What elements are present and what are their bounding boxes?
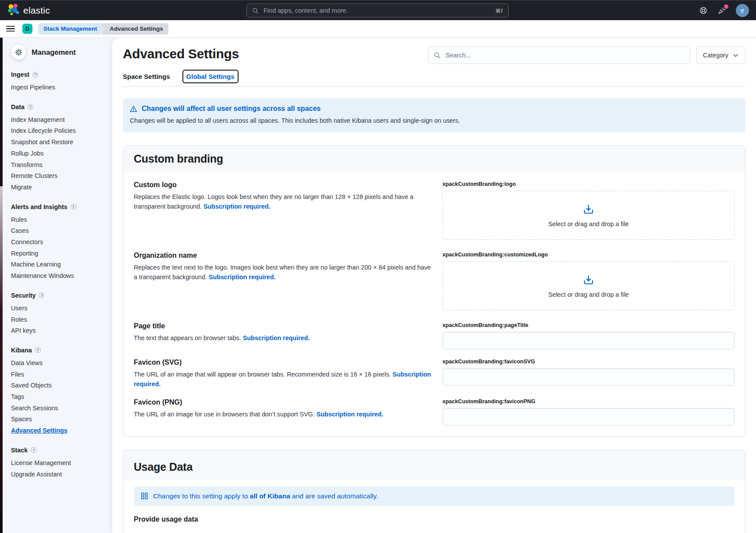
sidebar-item-roles[interactable]: Roles (11, 314, 109, 326)
sidebar-item-data-views[interactable]: Data Views (11, 358, 109, 369)
sidebar-item-advanced-settings[interactable]: Advanced Settings (11, 425, 109, 437)
category-filter-label: Category (703, 52, 728, 59)
import-file-icon (582, 203, 595, 217)
space-avatar[interactable]: D (22, 24, 32, 34)
sidebar-list-item: Rollup Jobs (11, 148, 109, 160)
help-icon (699, 6, 708, 15)
setting-row: Favicon (PNG) The URL of an image for us… (134, 398, 735, 426)
setting-input-favicon-png[interactable] (442, 408, 735, 426)
sidebar-section-header: Alerts and Insights ? (11, 203, 109, 210)
file-drop-text: Select or drag and drop a file (548, 220, 629, 227)
sidebar-item-cases[interactable]: Cases (11, 225, 109, 237)
sidebar-item-remote-clusters[interactable]: Remote Clusters (11, 171, 109, 182)
sidebar-list-item: Connectors (11, 237, 109, 248)
sidebar-list-item: Ingest Pipelines (11, 82, 109, 93)
sidebar-section-label: Kibana (11, 347, 32, 354)
warning-icon (130, 105, 137, 113)
breadcrumb-stack-management[interactable]: Stack Management (38, 23, 101, 35)
sidebar-item-transforms[interactable]: Transforms (11, 160, 109, 171)
sidebar-item-index-management[interactable]: Index Management (11, 114, 109, 126)
management-sidebar: Management Ingest ? Ingest Pipelines Dat… (3, 38, 112, 533)
setting-heading: Favicon (PNG) (134, 398, 432, 406)
menu-toggle-button[interactable] (6, 26, 15, 32)
file-drop-zone-custom-logo[interactable]: Select or drag and drop a file (442, 191, 735, 240)
global-search-bar[interactable]: ⌘/ (246, 4, 509, 18)
category-filter-button[interactable]: Category (696, 46, 745, 64)
question-in-circle-icon: ? (71, 204, 76, 210)
setting-field-column: xpackCustomBranding:logo Select or drag … (442, 181, 735, 240)
sidebar-item-reporting[interactable]: Reporting (11, 248, 109, 259)
sidebar-item-spaces[interactable]: Spaces (11, 414, 109, 425)
sidebar-item-tags[interactable]: Tags (11, 391, 109, 403)
elastic-home-link[interactable]: elastic (7, 3, 50, 18)
subscription-required-link[interactable]: Subscription required. (317, 411, 384, 418)
sidebar-item-search-sessions[interactable]: Search Sessions (11, 403, 109, 414)
sidebar-section-header: Security ? (11, 292, 109, 299)
sidebar-list-item: Migrate (11, 182, 109, 193)
sidebar-list-item: Tags (11, 391, 109, 403)
sidebar-section: Stack ? License Management Upgrade Assis… (11, 447, 109, 480)
setting-row: Organization name Replaces the text next… (134, 252, 735, 310)
help-menu-button[interactable] (699, 6, 708, 15)
sidebar-item-ingest-pipelines[interactable]: Ingest Pipelines (11, 82, 109, 93)
sidebar-item-files[interactable]: Files (11, 369, 109, 380)
setting-input-favicon-svg[interactable] (442, 368, 735, 386)
sidebar-item-users[interactable]: Users (11, 303, 109, 314)
chevron-down-icon (732, 52, 739, 59)
setting-description: The text that appears on browser tabs. S… (134, 334, 432, 343)
tab-space-settings[interactable]: Space Settings (123, 73, 170, 80)
settings-search[interactable] (428, 46, 690, 64)
sidebar-item-upgrade-assistant[interactable]: Upgrade Assistant (11, 469, 109, 480)
sidebar-list-item: Spaces (11, 414, 109, 425)
setting-description-column: Custom logo Replaces the Elastic logo. L… (134, 181, 432, 240)
sidebar-section-items: License Management Upgrade Assistant (11, 458, 109, 480)
file-drop-zone-organization-name[interactable]: Select or drag and drop a file (442, 261, 735, 310)
usage-data-title: Usage Data (134, 461, 193, 473)
subscription-required-link[interactable]: Subscription required. (243, 334, 310, 341)
apps-grid-icon (141, 492, 148, 500)
sidebar-item-saved-objects[interactable]: Saved Objects (11, 380, 109, 391)
sidebar-section-header: Kibana ? (11, 347, 109, 354)
sidebar-list-item: Remote Clusters (11, 171, 109, 182)
setting-input-page-title[interactable] (442, 332, 735, 349)
setting-key-label: xpackCustomBranding:logo (442, 181, 735, 187)
usage-callout-text: Changes to this setting apply to all of … (153, 492, 378, 500)
setting-description: The URL of an image for use in browsers … (134, 410, 432, 419)
sidebar-item-license-management[interactable]: License Management (11, 458, 109, 469)
import-file-icon (582, 274, 595, 287)
setting-heading: Custom logo (134, 181, 432, 189)
global-search-input[interactable] (263, 7, 492, 14)
tab-global-settings[interactable]: Global Settings (183, 71, 238, 82)
sidebar-section-header: Ingest ? (11, 71, 109, 78)
header-actions: e (699, 4, 749, 17)
newsfeed-button[interactable] (717, 6, 726, 15)
custom-branding-panel: Custom branding Custom logo Replaces the… (123, 146, 745, 436)
sidebar-item-index-lifecycle-policies[interactable]: Index Lifecycle Policies (11, 125, 109, 137)
sidebar-item-rules[interactable]: Rules (11, 214, 109, 226)
setting-field-column: xpackCustomBranding:faviconPNG (442, 398, 735, 426)
sidebar-section: Alerts and Insights ? Rules Cases Connec… (11, 203, 109, 282)
usage-data-callout: Changes to this setting apply to all of … (134, 487, 735, 506)
sidebar-list-item: License Management (11, 458, 109, 469)
sidebar-item-snapshot-and-restore[interactable]: Snapshot and Restore (11, 137, 109, 148)
usage-data-body: Changes to this setting apply to all of … (123, 480, 745, 533)
elastic-logo-icon (7, 3, 19, 18)
sidebar-item-connectors[interactable]: Connectors (11, 237, 109, 248)
sidebar-item-migrate[interactable]: Migrate (11, 182, 109, 193)
settings-search-input[interactable] (445, 51, 685, 59)
sidebar-item-maintenance-windows[interactable]: Maintenance Windows (11, 270, 109, 282)
subscription-required-link[interactable]: Subscription required. (203, 203, 271, 210)
sidebar-item-machine-learning[interactable]: Machine Learning (11, 259, 109, 270)
subscription-required-link[interactable]: Subscription required. (209, 274, 276, 281)
setting-description: Replaces the text next to the logo. Imag… (134, 263, 432, 282)
sidebar-list-item: Snapshot and Restore (11, 137, 109, 148)
sidebar-item-rollup-jobs[interactable]: Rollup Jobs (11, 148, 109, 160)
sidebar-list-item: Data Views (11, 358, 109, 369)
sidebar-list-item: Advanced Settings (11, 425, 109, 437)
sidebar-section-items: Ingest Pipelines (11, 82, 109, 93)
user-avatar[interactable]: e (736, 4, 749, 17)
setting-key-label: xpackCustomBranding:faviconPNG (442, 398, 735, 405)
sidebar-item-api-keys[interactable]: API keys (11, 325, 109, 337)
callout-title-row: Changes will affect all user settings ac… (130, 105, 738, 113)
question-in-circle-icon: ? (32, 72, 38, 78)
